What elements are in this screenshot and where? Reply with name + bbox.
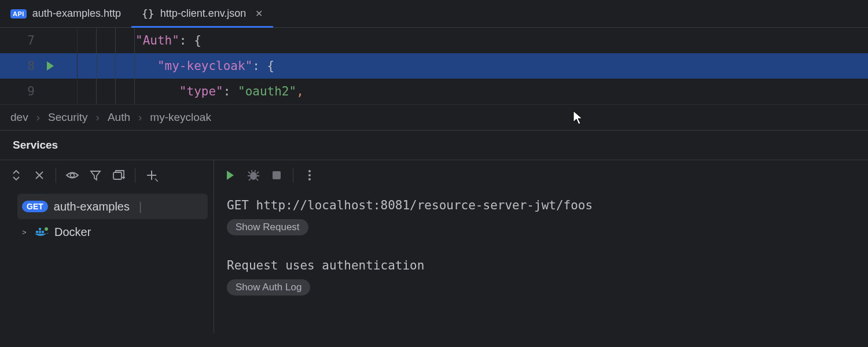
services-panel-title: Services bbox=[0, 131, 868, 160]
code-content[interactable]: "Auth": { bbox=[135, 28, 201, 53]
run-icon[interactable] bbox=[223, 168, 237, 182]
auth-status-line: Request uses authentication bbox=[214, 235, 868, 279]
line-number: 9 bbox=[0, 79, 41, 104]
tree-item-auth-examples[interactable]: GET auth-examples | bbox=[17, 194, 208, 219]
line-number: 7 bbox=[0, 28, 41, 53]
json-file-icon: {} bbox=[142, 8, 155, 20]
add-icon[interactable] bbox=[145, 168, 159, 182]
expand-collapse-icon[interactable] bbox=[9, 168, 23, 182]
editor-line[interactable]: 8 "my-keycloak": { bbox=[0, 53, 868, 79]
line-number: 8 bbox=[0, 53, 41, 79]
svg-point-10 bbox=[308, 174, 311, 176]
svg-rect-5 bbox=[39, 228, 41, 230]
svg-point-6 bbox=[45, 227, 48, 231]
debug-icon[interactable] bbox=[247, 168, 260, 182]
eye-icon[interactable] bbox=[65, 168, 79, 182]
services-tree-pane: GET auth-examples | > Docker bbox=[0, 160, 214, 333]
mouse-cursor-icon bbox=[573, 110, 583, 129]
tab-label: auth-examples.http bbox=[32, 8, 121, 20]
svg-rect-3 bbox=[39, 231, 41, 233]
api-file-icon: API bbox=[10, 9, 27, 19]
text-cursor: | bbox=[139, 200, 142, 213]
services-tree-toolbar bbox=[0, 160, 214, 190]
collapse-all-icon[interactable] bbox=[32, 168, 46, 182]
http-method-badge: GET bbox=[22, 201, 48, 212]
docker-icon bbox=[35, 227, 49, 237]
tree-item-docker[interactable]: > Docker bbox=[17, 219, 208, 245]
svg-rect-2 bbox=[36, 231, 38, 233]
editor-tabbar: API auth-examples.http {} http-client.en… bbox=[0, 0, 868, 28]
breadcrumb-item[interactable]: Security bbox=[48, 111, 88, 124]
request-line: GET http://localhost:8081/resource-serve… bbox=[214, 190, 868, 219]
tab-auth-examples[interactable]: API auth-examples.http bbox=[0, 0, 131, 27]
svg-point-7 bbox=[250, 172, 257, 180]
tab-http-client-env[interactable]: {} http-client.env.json ✕ bbox=[131, 0, 273, 27]
services-run-toolbar bbox=[214, 160, 868, 190]
svg-point-9 bbox=[308, 170, 311, 172]
run-icon[interactable] bbox=[47, 61, 54, 71]
svg-rect-8 bbox=[273, 171, 281, 179]
chevron-right-icon: > bbox=[22, 228, 29, 237]
show-auth-log-button[interactable]: Show Auth Log bbox=[227, 279, 310, 296]
services-detail-pane: GET http://localhost:8081/resource-serve… bbox=[214, 160, 868, 333]
svg-rect-1 bbox=[113, 172, 122, 179]
more-icon[interactable] bbox=[303, 168, 317, 182]
editor-line[interactable]: 9 "type": "oauth2", bbox=[0, 79, 868, 104]
show-request-button[interactable]: Show Request bbox=[227, 219, 308, 235]
svg-point-11 bbox=[308, 178, 311, 180]
services-tree: GET auth-examples | > Docker bbox=[0, 190, 214, 248]
filter-icon[interactable] bbox=[89, 168, 102, 182]
chevron-right-icon: › bbox=[96, 111, 100, 124]
breadcrumb: dev › Security › Auth › my-keycloak bbox=[0, 104, 868, 131]
code-content[interactable]: "my-keycloak": { bbox=[135, 53, 274, 79]
code-content[interactable]: "type": "oauth2", bbox=[135, 79, 304, 104]
breadcrumb-item[interactable]: Auth bbox=[108, 111, 130, 124]
stop-icon[interactable] bbox=[270, 168, 284, 182]
tree-item-label: auth-examples bbox=[54, 200, 130, 213]
chevron-right-icon: › bbox=[36, 111, 40, 124]
group-icon[interactable] bbox=[112, 168, 126, 182]
breadcrumb-item[interactable]: dev bbox=[10, 111, 28, 124]
code-editor[interactable]: 7"Auth": {8 "my-keycloak": {9 "type": "o… bbox=[0, 28, 868, 104]
svg-point-0 bbox=[71, 174, 75, 178]
close-tab-icon[interactable]: ✕ bbox=[255, 8, 263, 19]
run-gutter bbox=[41, 79, 60, 104]
run-gutter bbox=[41, 28, 60, 53]
chevron-right-icon: › bbox=[138, 111, 142, 124]
services-panel: GET auth-examples | > Docker bbox=[0, 160, 868, 333]
tab-label: http-client.env.json bbox=[160, 8, 247, 20]
tree-item-label: Docker bbox=[54, 226, 91, 239]
breadcrumb-item[interactable]: my-keycloak bbox=[150, 111, 211, 124]
svg-rect-4 bbox=[42, 231, 44, 233]
editor-line[interactable]: 7"Auth": { bbox=[0, 28, 868, 53]
run-gutter[interactable] bbox=[41, 53, 60, 79]
